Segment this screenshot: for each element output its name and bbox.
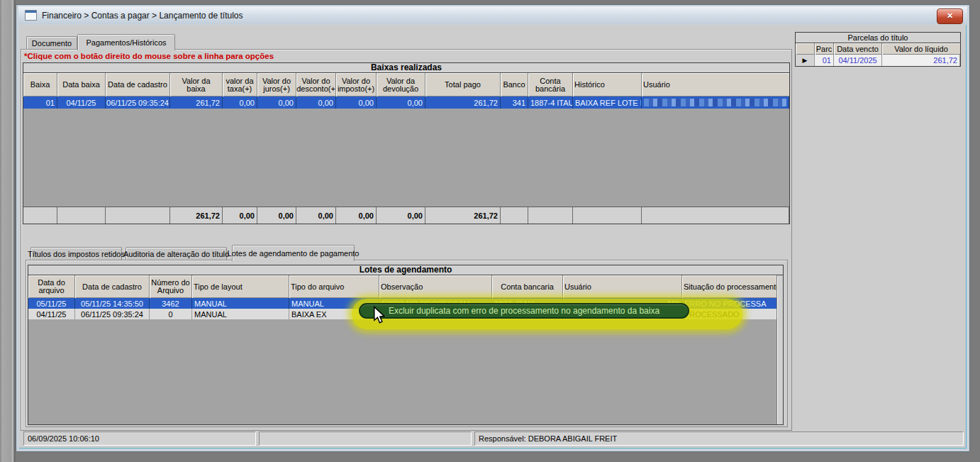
col-header-valor-desconto: Valor do desconto(+	[296, 73, 336, 97]
tab-auditoria-alteracao[interactable]: Auditoria de alteração do título	[126, 247, 227, 260]
col-header-data-arquivo: Data do arquivo	[28, 275, 75, 298]
col-header-valor-juros: Valor do juros(+)	[257, 73, 296, 97]
main-window: Financeiro > Contas a pagar > Lançamento…	[16, 4, 970, 452]
col-header-indicator	[796, 43, 815, 55]
cell-valor-taxa: 0,00	[223, 97, 257, 109]
total-valor-juros: 0,00	[257, 207, 296, 224]
lotes-grid-title: Lotes de agendamento	[28, 265, 783, 275]
cell-numero-arquivo: 3462	[150, 298, 192, 309]
tab-documento[interactable]: Documento	[26, 36, 77, 50]
redacted-user-blur	[644, 99, 786, 106]
cell-valor-liquido: 261,72	[882, 55, 960, 66]
cell-data-baixa: 04/11/25	[57, 97, 106, 109]
cell-valor-imposto: 0,00	[336, 97, 377, 109]
close-button[interactable]: ✕	[937, 9, 963, 24]
mouse-cursor-icon	[373, 306, 386, 326]
lotes-header-row: Data do arquivo Data de cadastro Número …	[28, 275, 783, 298]
baixas-grid-title: Baixas realizadas	[23, 63, 789, 73]
cell-data-arquivo: 04/11/25	[28, 309, 75, 319]
total-valor-imposto: 0,00	[336, 207, 377, 224]
col-header-valor-baixa: Valor da baixa	[170, 73, 223, 97]
total-valor-devolucao: 0,00	[377, 207, 425, 224]
col-header-historico: Histórico	[573, 73, 642, 97]
total-total-pago: 261,72	[425, 207, 501, 224]
total-cell	[106, 207, 170, 224]
cell-valor-baixa: 261,72	[170, 97, 223, 109]
col-header-observacao: Observação	[379, 275, 492, 298]
col-header-numero-arquivo: Número do Arquivo	[150, 275, 192, 298]
total-cell	[528, 207, 573, 224]
cell-valor-juros: 0,00	[257, 97, 296, 109]
total-cell	[642, 207, 789, 224]
pagamentos-tab-page: *Clique com o botão direito do mouse sob…	[21, 49, 792, 431]
col-header-parc: Parc	[815, 43, 834, 55]
context-option-excluir-duplicata[interactable]: Excluir duplicata com erro de processame…	[359, 303, 689, 319]
lotes-tab-page: Lotes de agendamento Data do arquivo Dat…	[26, 260, 788, 427]
baixas-selected-row[interactable]: 01 04/11/25 06/11/25 09:35:24 261,72 0,0…	[23, 97, 789, 109]
cell-parc: 01	[815, 55, 834, 66]
parcelas-header-row: Parc Data vencto Valor do líquido	[796, 43, 960, 55]
cell-usuario-redacted	[642, 97, 789, 109]
cell-data-arquivo: 05/11/25	[28, 298, 75, 309]
lotes-agendamento-grid: Lotes de agendamento Data do arquivo Dat…	[28, 265, 784, 425]
cell-tipo-layout: MANUAL	[192, 298, 289, 309]
cell-numero-arquivo: 0	[150, 309, 192, 319]
form-icon	[25, 10, 37, 21]
total-valor-taxa: 0,00	[223, 207, 257, 224]
window-title: Financeiro > Contas a pagar > Lançamento…	[42, 11, 243, 21]
cell-baixa: 01	[23, 97, 57, 109]
total-cell	[57, 207, 106, 224]
col-header-total-pago: Total pago	[425, 73, 501, 97]
cell-tipo-layout: MANUAL	[192, 309, 289, 319]
window-titlebar: Financeiro > Contas a pagar > Lançamento…	[18, 6, 967, 24]
col-header-conta-bancaria: Conta bancaria	[492, 275, 563, 298]
col-header-conta-bancaria: Conta bancária	[528, 73, 573, 97]
col-header-baixa: Baixa	[23, 73, 57, 97]
baixas-realizadas-grid: Baixas realizadas Baixa Data baixa Data …	[23, 62, 790, 224]
cell-total-pago: 261,72	[425, 97, 501, 109]
tab-lotes-agendamento[interactable]: Lotes de agendamento de pagamento	[232, 245, 355, 261]
col-header-valor-imposto: Valor do imposto(+)	[336, 73, 377, 97]
total-valor-desconto: 0,00	[296, 207, 336, 224]
status-responsavel: Responsável: DEBORA ABIGAIL FREIT	[474, 431, 964, 446]
parcelas-grid-title: Parcelas do título	[796, 33, 960, 43]
background-window-edge	[0, 0, 16, 462]
col-header-valor-taxa: valor da taxa(+)	[223, 73, 257, 97]
parcela-row[interactable]: ▶ 01 04/11/2025 261,72	[796, 55, 960, 66]
status-datetime: 06/09/2025 10:06:10	[23, 431, 256, 446]
cell-conta-bancaria: 1887-4 ITAU	[528, 97, 573, 109]
col-header-tipo-arquivo: Tipo do arquivo	[289, 275, 379, 298]
cell-data-cadastro: 05/11/25 14:35:50	[75, 298, 150, 309]
cell-data-cadastro: 06/11/25 09:35:24	[75, 309, 150, 319]
col-header-data-baixa: Data baixa	[57, 73, 106, 97]
lotes-vertical-scrollbar[interactable]	[776, 275, 783, 424]
cell-valor-desconto: 0,00	[296, 97, 336, 109]
col-header-valor-devolucao: Valor da devolução	[377, 73, 425, 97]
tab-titulos-impostos-retidos[interactable]: Títulos dos impostos retidos	[30, 247, 122, 260]
col-header-banco: Banco	[501, 73, 528, 97]
cell-data-vencto: 04/11/2025	[834, 55, 882, 66]
tab-pagamentos-historicos[interactable]: Pagamentos/Históricos	[77, 34, 175, 50]
row-indicator-icon: ▶	[796, 55, 815, 66]
col-header-tipo-layout: Tipo de layout	[192, 275, 289, 298]
status-empty-panel	[259, 431, 472, 446]
baixas-header-row: Baixa Data baixa Data de cadastro Valor …	[23, 73, 789, 97]
lotes-grid-empty-area	[28, 319, 783, 424]
cell-banco: 341	[501, 97, 528, 109]
screen: Financeiro > Contas a pagar > Lançamento…	[0, 0, 980, 462]
cell-data-cadastro: 06/11/25 09:35:24	[106, 97, 170, 109]
col-header-valor-liquido: Valor do líquido	[882, 43, 960, 55]
total-valor-baixa: 261,72	[170, 207, 223, 224]
window-client-area: Documento Pagamentos/Históricos *Clique …	[19, 25, 967, 449]
cell-valor-devolucao: 0,00	[377, 97, 425, 109]
col-header-situacao: Situação do processamento	[682, 275, 783, 298]
total-cell	[23, 207, 57, 224]
right-click-hint-text: *Clique com o botão direito do mouse sob…	[24, 52, 274, 60]
col-header-usuario: Usuário	[563, 275, 682, 298]
baixas-grid-empty-area	[23, 109, 789, 207]
col-header-data-cadastro: Data de cadastro	[106, 73, 170, 97]
status-bar: 06/09/2025 10:06:10 Responsável: DEBORA …	[21, 431, 965, 447]
col-header-data-cadastro: Data de cadastro	[75, 275, 150, 298]
total-cell	[501, 207, 528, 224]
cell-historico: BAIXA REF LOTE D	[573, 97, 642, 109]
